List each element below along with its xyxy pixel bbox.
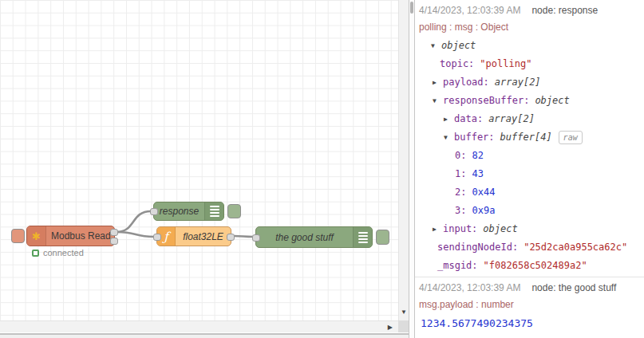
tree-row: 3:0x9a (415, 202, 638, 220)
debug-message: 4/14/2023, 12:03:39 AM node: the good st… (415, 277, 644, 338)
message-object-tree: ▼object topic:"polling" ▶payload:array[2… (415, 37, 638, 275)
window-bottom-fill (0, 335, 409, 338)
tree-value: "polling" (480, 58, 531, 69)
tree-value: 0x9a (472, 205, 495, 216)
tree-value: 43 (472, 168, 483, 179)
timestamp: 4/14/2023, 12:03:39 AM (419, 5, 520, 16)
message-topic: polling : msg : Object (415, 22, 638, 33)
debug-lines-icon (204, 202, 223, 220)
tree-key: sendingNodeId: (437, 242, 518, 253)
tree-row: 2:0x44 (415, 183, 638, 202)
tree-value: "f082658c502489a2" (484, 260, 587, 271)
tree-key: 3: (455, 205, 466, 216)
status-ring-icon (32, 250, 39, 257)
tree-row: ▼object (415, 37, 638, 55)
expand-icon[interactable]: ▶ (444, 110, 454, 128)
node-good-stuff-debug[interactable]: the good stuff (255, 226, 373, 248)
tree-key: data: (454, 113, 483, 124)
tree-key: buffer: (454, 132, 495, 143)
collapse-icon[interactable]: ▼ (431, 37, 441, 55)
tree-row: _msgid:"f082658c502489a2" (415, 257, 638, 275)
debug-message-meta: 4/14/2023, 12:03:39 AM node: response (415, 5, 638, 16)
tree-key: topic: (440, 58, 474, 69)
tree-type: object (535, 95, 569, 106)
collapse-icon[interactable]: ▼ (433, 92, 443, 110)
debug-message: 4/14/2023, 12:03:39 AM node: response po… (415, 0, 644, 277)
source-node-name: node: response (531, 5, 598, 16)
node-response-debug[interactable]: response (153, 202, 224, 221)
timestamp: 4/14/2023, 12:03:39 AM (419, 282, 520, 293)
node-red-window: ✱ Modbus Read connected response ƒ float… (0, 0, 644, 338)
expand-icon[interactable]: ▶ (433, 73, 443, 92)
tree-row: ▶data:array[2] (415, 110, 638, 128)
sidebar-resize-divider[interactable] (409, 0, 415, 338)
node-label: response (154, 202, 204, 220)
good-stuff-debug-toggle-button[interactable] (376, 230, 389, 245)
tree-type: buffer[4] (500, 132, 552, 143)
debug-sidebar[interactable]: 4/14/2023, 12:03:39 AM node: response po… (415, 0, 644, 338)
tree-type: array[2] (495, 77, 541, 88)
tree-value: 82 (472, 150, 483, 161)
wire-layer (0, 0, 398, 320)
status-text: connected (43, 248, 84, 257)
collapse-icon[interactable]: ▼ (444, 128, 454, 147)
modbus-output-port-1[interactable] (110, 229, 118, 236)
response-debug-toggle-button[interactable] (227, 204, 241, 218)
flow-canvas[interactable]: ✱ Modbus Read connected response ƒ float… (0, 0, 398, 320)
tree-type: object (483, 223, 517, 234)
tree-row: sendingNodeId:"25d2ca0a955ca62c" (415, 238, 638, 257)
tree-row: ▼responseBuffer:object (415, 92, 638, 110)
tree-key: _msgid: (437, 260, 478, 271)
node-label: the good stuff (256, 227, 353, 247)
node-modbus-read[interactable]: ✱ Modbus Read (26, 226, 115, 246)
node-label: float32LE (176, 227, 231, 246)
good-stuff-input-port[interactable] (252, 234, 260, 242)
debug-lines-icon (353, 227, 372, 247)
tree-row: ▶input:object (415, 220, 638, 238)
tree-row: ▼buffer:buffer[4]raw (415, 128, 638, 147)
tree-value: 0x44 (472, 187, 495, 198)
tree-row: 1:43 (415, 165, 638, 183)
function-output-port[interactable] (227, 234, 235, 241)
scroll-right-icon[interactable]: ▶ (388, 324, 393, 331)
message-topic: msg.payload : number (415, 299, 638, 310)
node-float32le-function[interactable]: ƒ float32LE (156, 226, 231, 246)
tree-type: object (441, 40, 476, 51)
tree-key: 0: (455, 150, 466, 161)
tree-key: input: (443, 223, 477, 234)
canvas-vertical-scrollbar[interactable]: ▼ (398, 0, 409, 320)
modbus-flower-icon: ✱ (27, 226, 46, 246)
source-node-name: node: the good stuff (531, 282, 616, 293)
wire-modbus-to-function[interactable] (117, 232, 154, 237)
divider-drag-handle[interactable] (410, 2, 413, 14)
modbus-output-port-2[interactable] (110, 238, 118, 245)
node-label: Modbus Read (46, 226, 116, 246)
tree-row: topic:"polling" (415, 55, 638, 73)
wire-function-to-good-stuff[interactable] (234, 236, 253, 237)
canvas-horizontal-scrollbar[interactable]: ▶ (0, 320, 398, 332)
function-input-port[interactable] (153, 234, 161, 241)
tree-key: 2: (455, 187, 466, 198)
scrollbar-corner (398, 320, 409, 332)
raw-toggle-button[interactable]: raw (559, 131, 583, 144)
debug-lines-icon-glyph (358, 232, 368, 243)
tree-row: ▶payload:array[2] (415, 73, 638, 92)
message-number-value: 1234.5677490234375 (415, 314, 638, 338)
scroll-down-icon[interactable]: ▼ (399, 309, 409, 316)
debug-lines-icon-glyph (210, 206, 219, 217)
modbus-status: connected (32, 248, 84, 257)
tree-type: array[2] (488, 113, 535, 124)
tree-key: payload: (443, 77, 489, 88)
tree-key: 1: (455, 168, 466, 179)
response-input-port[interactable] (150, 208, 158, 215)
tree-value: "25d2ca0a955ca62c" (523, 242, 627, 253)
modbus-node-button[interactable] (11, 229, 25, 243)
debug-message-meta: 4/14/2023, 12:03:39 AM node: the good st… (415, 282, 638, 293)
wire-modbus-to-response[interactable] (117, 211, 151, 232)
tree-key: responseBuffer: (443, 95, 529, 106)
tree-row: 0:82 (415, 147, 638, 165)
expand-icon[interactable]: ▶ (433, 220, 443, 238)
